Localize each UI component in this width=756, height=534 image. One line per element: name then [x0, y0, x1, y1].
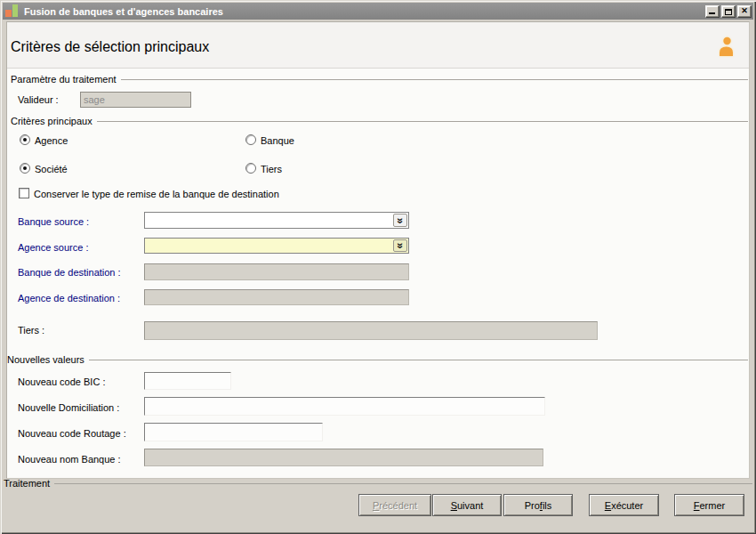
precedent-button: Précédent — [358, 494, 431, 516]
chevron-double-down-icon: » — [395, 243, 406, 249]
app-icon — [5, 4, 19, 18]
tiers-field — [144, 321, 598, 340]
maximize-button[interactable] — [721, 5, 736, 18]
banque-source-label: Banque source : — [18, 216, 89, 228]
group-nouvelles-valeurs: Nouvelles valeurs — [7, 353, 748, 365]
nouvelle-domiciliation-input[interactable] — [144, 397, 545, 416]
nouvelle-domiciliation-label: Nouvelle Domiciliation : — [18, 402, 119, 414]
agence-destination-field — [144, 289, 409, 305]
minimize-icon — [709, 12, 715, 14]
fermer-button[interactable]: Fermer — [674, 494, 744, 516]
suivant-button[interactable]: Suivant — [432, 494, 502, 516]
valideur-input — [80, 92, 191, 108]
window-controls: ✕ — [705, 5, 752, 18]
group-traitement: Traitement — [4, 477, 752, 489]
group-line — [89, 360, 748, 360]
user-icon[interactable] — [716, 36, 736, 58]
group-line — [54, 483, 752, 484]
group-nouvelles-label: Nouvelles valeurs — [7, 354, 84, 365]
close-icon: ✕ — [738, 6, 751, 16]
group-parametre-du-traitement: Paramètre du traitement — [11, 73, 748, 85]
radio-societe-label[interactable]: Société — [35, 164, 68, 175]
radio-tiers-label[interactable]: Tiers — [261, 164, 282, 175]
banque-source-combobox[interactable]: » — [144, 212, 409, 229]
close-button[interactable]: ✕ — [737, 5, 752, 18]
radio-agence-label[interactable]: Agence — [35, 135, 68, 147]
group-criteres-principaux: Critères principaux — [11, 115, 748, 126]
agence-source-label: Agence source : — [18, 242, 89, 254]
radio-agence[interactable] — [20, 134, 30, 145]
banque-source-dropdown-button[interactable]: » — [393, 214, 407, 227]
dialog-window: Fusion de banques et d'agences bancaires… — [0, 0, 756, 534]
banque-destination-field — [144, 263, 409, 280]
window-title: Fusion de banques et d'agences bancaires — [24, 6, 223, 17]
title-bar[interactable]: Fusion de banques et d'agences bancaires… — [3, 3, 753, 20]
group-traitement-label: Traitement — [4, 478, 50, 489]
nouveau-nom-banque-label: Nouveau nom Banque : — [18, 454, 121, 465]
agence-destination-label: Agence de destination : — [18, 293, 120, 304]
maximize-icon — [725, 9, 732, 15]
banque-destination-label: Banque de destination : — [18, 267, 121, 279]
profils-button[interactable]: Profils — [503, 494, 573, 516]
nouveau-code-bic-input[interactable] — [144, 372, 231, 390]
executer-button[interactable]: Exécuter — [589, 494, 659, 516]
nouveau-nom-banque-field — [144, 449, 543, 466]
chevron-double-down-icon: » — [395, 217, 406, 223]
nouveau-code-bic-label: Nouveau code BIC : — [18, 376, 105, 388]
app-icon-green-block — [12, 4, 18, 17]
page-title: Critères de sélection principaux — [11, 39, 209, 55]
group-parametre-label: Paramètre du traitement — [11, 74, 117, 85]
valideur-label: Valideur : — [18, 94, 59, 106]
group-line — [97, 121, 748, 122]
group-line — [121, 79, 748, 80]
radio-tiers[interactable] — [245, 163, 256, 174]
radio-societe[interactable] — [20, 163, 30, 174]
agence-source-combobox[interactable]: » — [144, 238, 409, 254]
app-icon-orange-block — [5, 10, 12, 17]
radio-banque[interactable] — [245, 134, 256, 145]
tiers-label: Tiers : — [18, 325, 44, 336]
conserver-remise-checkbox[interactable] — [19, 188, 29, 198]
nouveau-code-routage-label: Nouveau code Routage : — [18, 428, 126, 440]
agence-source-dropdown-button[interactable]: » — [393, 239, 407, 252]
radio-banque-label[interactable]: Banque — [261, 135, 294, 147]
nouveau-code-routage-input[interactable] — [144, 423, 323, 441]
conserver-remise-checkbox-label[interactable]: Conserver le type de remise de la banque… — [34, 189, 279, 200]
group-criteres-label: Critères principaux — [11, 116, 92, 126]
minimize-button[interactable] — [705, 5, 720, 18]
